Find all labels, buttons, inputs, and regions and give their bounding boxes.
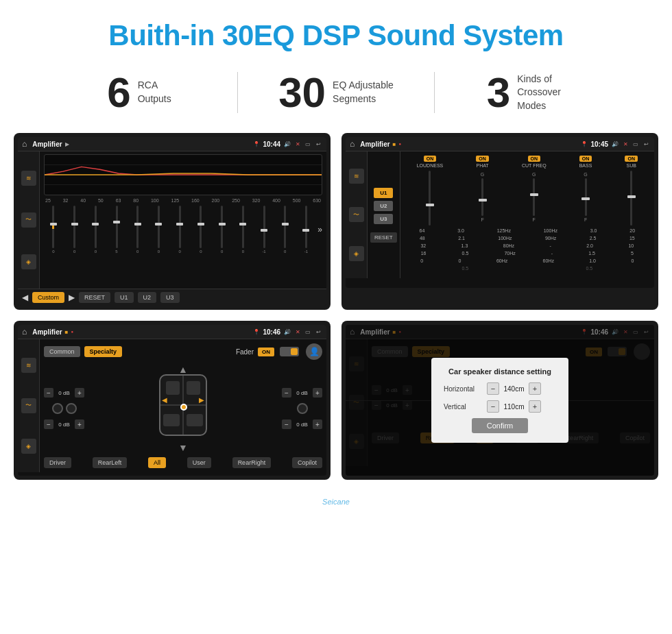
fader-driver-btn[interactable]: Driver: [44, 457, 71, 468]
fader-rearleft-btn[interactable]: RearLeft: [93, 457, 128, 468]
stat-number-rca: 6: [107, 71, 130, 114]
amp-wave-icon[interactable]: 〜: [349, 207, 364, 222]
fader-right-bot-minus[interactable]: −: [282, 419, 291, 429]
phat-on-badge[interactable]: ON: [476, 156, 489, 162]
amp-u1-btn[interactable]: U1: [374, 188, 393, 198]
eq-speaker-icon[interactable]: ◈: [21, 254, 36, 269]
fader-specialty-tab[interactable]: Specialty: [84, 346, 123, 357]
fader-right-bot-val: 0 dB: [293, 422, 311, 428]
eq-slider-3[interactable]: 5: [107, 206, 126, 254]
fader-rearright-btn[interactable]: RearRight: [232, 457, 272, 468]
eq-custom-btn[interactable]: Custom: [32, 292, 64, 303]
eq-slider-8[interactable]: 0: [213, 206, 232, 254]
eq-back-icon[interactable]: ↩: [314, 141, 322, 147]
sub-on-badge[interactable]: ON: [625, 156, 638, 162]
eq-u3-btn[interactable]: U3: [160, 292, 180, 303]
eq-u2-btn[interactable]: U2: [138, 292, 157, 303]
eq-reset-btn[interactable]: RESET: [79, 292, 110, 303]
fader-spkr-icon[interactable]: ◈: [21, 439, 36, 454]
fader-wave-icon[interactable]: 〜: [21, 398, 36, 413]
eq-wave-icon[interactable]: 〜: [21, 212, 36, 228]
loudness-slider[interactable]: [429, 171, 431, 225]
fader-left-bot-plus[interactable]: +: [75, 419, 84, 429]
eq-next-btn[interactable]: ▶: [69, 293, 75, 302]
amp-controls: ON LOUDNESS ON PHAT G: [400, 151, 654, 278]
eq-slider-9[interactable]: 0: [233, 206, 252, 254]
fader-right-bot-vol: − 0 dB +: [282, 419, 322, 429]
fader-right-bot-plus[interactable]: +: [313, 419, 322, 429]
eq-slider-0[interactable]: 0: [44, 206, 63, 254]
fader-back-icon[interactable]: ↩: [314, 328, 322, 335]
amp-speaker-icon[interactable]: ◈: [349, 246, 364, 261]
eq-sidebar: ≋ 〜 ◈: [18, 151, 40, 289]
amp-values-row: 643.0125Hz100Hz3.020: [403, 228, 651, 233]
sub-slider[interactable]: [630, 171, 632, 225]
amp-app-title: Amplifier: [360, 141, 389, 148]
fader-position-dot[interactable]: [180, 404, 187, 411]
eq-more-icon[interactable]: »: [317, 225, 322, 234]
eq-eq-icon[interactable]: ≋: [21, 171, 36, 186]
cutfreq-on-badge[interactable]: ON: [528, 156, 541, 162]
dialog-confirm-button[interactable]: Confirm: [472, 418, 529, 433]
dialog-vertical-minus[interactable]: −: [487, 400, 499, 413]
fader-home-btn[interactable]: ⌂: [22, 327, 27, 337]
eq-status-bar: ⌂ Amplifier ▶ 📍 10:44 🔊 ✕ ▭ ↩: [18, 137, 326, 151]
front-left-seat: [166, 381, 180, 395]
fader-right-top-plus[interactable]: +: [313, 388, 322, 398]
eq-slider-11[interactable]: 0: [276, 206, 295, 254]
fader-copilot-btn[interactable]: Copilot: [292, 457, 322, 468]
dialog-horizontal-plus[interactable]: +: [529, 382, 541, 395]
eq-slider-1[interactable]: 0: [65, 206, 84, 254]
fader-toggle-switch[interactable]: [280, 347, 299, 356]
eq-slider-7[interactable]: 0: [191, 206, 211, 254]
fader-right-top-minus[interactable]: −: [282, 388, 291, 398]
loudness-on-badge[interactable]: ON: [424, 156, 437, 162]
eq-slider-6[interactable]: 0: [170, 206, 189, 254]
front-right-seat: [187, 381, 200, 395]
fader-left-top-minus[interactable]: −: [44, 388, 53, 398]
eq-home-btn[interactable]: ⌂: [22, 139, 27, 149]
amp-square-icon: ▭: [632, 141, 640, 147]
fader-on-toggle[interactable]: ON: [258, 348, 274, 356]
amp-eq-icon[interactable]: ≋: [349, 169, 364, 184]
amp-home-btn[interactable]: ⌂: [350, 139, 355, 149]
eq-slider-5[interactable]: 0: [149, 206, 169, 254]
amp-u3-btn[interactable]: U3: [374, 214, 393, 224]
dialog-vertical-plus[interactable]: +: [529, 400, 541, 413]
fader-tab-row: Common Specialty Fader ON 👤: [44, 343, 322, 360]
eq-slider-10[interactable]: -1: [254, 206, 274, 254]
amp-back-icon[interactable]: ↩: [642, 141, 650, 147]
eq-status-dot1: ▶: [65, 141, 69, 147]
cutfreq-slider[interactable]: [533, 178, 535, 216]
eq-slider-2[interactable]: 0: [86, 206, 105, 254]
fader-left-front-spkr: [52, 403, 63, 414]
eq-square-icon: ▭: [304, 141, 312, 147]
fader-common-tab[interactable]: Common: [44, 346, 80, 357]
amp-reset-btn[interactable]: RESET: [370, 232, 397, 243]
eq-slider-12[interactable]: -1: [297, 206, 316, 254]
bass-on-badge[interactable]: ON: [579, 156, 592, 162]
eq-prev-btn[interactable]: ◀: [22, 293, 28, 302]
dialog-vertical-value: 110cm: [502, 403, 526, 411]
fader-user-btn[interactable]: User: [187, 457, 211, 468]
fader-eq-icon[interactable]: ≋: [21, 358, 36, 373]
fader-all-btn[interactable]: All: [148, 457, 166, 468]
fader-left-top-plus[interactable]: +: [75, 388, 84, 398]
fader-up-arrow[interactable]: ▲: [178, 364, 188, 375]
fader-profile-icon[interactable]: 👤: [306, 343, 322, 360]
eq-u1-btn[interactable]: U1: [115, 292, 134, 303]
eq-content: ≋ 〜 ◈: [18, 151, 326, 289]
bass-slider[interactable]: [585, 178, 587, 216]
fader-left-arrow[interactable]: ◀: [162, 396, 167, 404]
eq-slider-4[interactable]: 0: [128, 206, 147, 254]
fader-right-arrow[interactable]: ▶: [199, 396, 204, 404]
car-body: ◀ ▶: [159, 374, 207, 436]
dialog-vertical-row: Vertical − 110cm +: [444, 400, 556, 413]
fader-down-arrow[interactable]: ▼: [178, 442, 188, 453]
fader-left-bot-minus[interactable]: −: [44, 419, 53, 429]
fader-dot1: ■: [65, 329, 69, 335]
amp-u2-btn[interactable]: U2: [374, 201, 393, 211]
phat-slider[interactable]: [481, 178, 483, 216]
amp-x-icon: ✕: [621, 141, 629, 147]
dialog-horizontal-minus[interactable]: −: [487, 382, 499, 395]
